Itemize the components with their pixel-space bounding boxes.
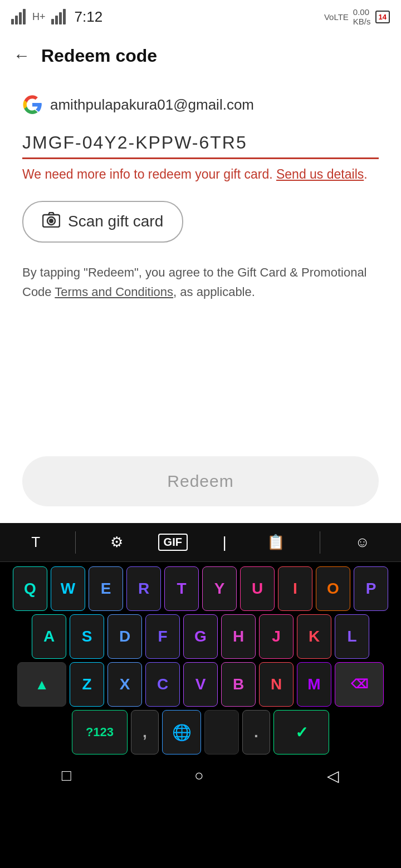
emoji-toolbar-item[interactable]: ☺ <box>349 534 375 551</box>
network-type: H+ <box>32 11 46 23</box>
back-button[interactable]: ← <box>13 46 30 65</box>
google-logo-icon <box>22 95 42 115</box>
key-m[interactable]: M <box>297 662 331 707</box>
key-w[interactable]: W <box>51 566 85 611</box>
key-l[interactable]: L <box>335 614 369 659</box>
network-speed: 0.00KB/s <box>353 7 371 26</box>
key-o[interactable]: O <box>316 566 350 611</box>
toolbar-divider-2 <box>320 531 320 554</box>
key-x[interactable]: X <box>107 662 142 707</box>
key-h[interactable]: H <box>221 614 256 659</box>
content-area: amithpulapakura01@gmail.com We need more… <box>0 78 401 313</box>
signal-bars <box>11 9 26 24</box>
page-title: Redeem code <box>41 46 157 66</box>
key-g[interactable]: G <box>183 614 218 659</box>
key-rows: Q W E R T Y U I O P A S D F G H J K L ▲ <box>0 562 401 754</box>
key-u[interactable]: U <box>240 566 275 611</box>
terms-link[interactable]: Terms and Conditions <box>55 285 173 299</box>
key-e[interactable]: E <box>89 566 123 611</box>
clipboard-toolbar-item[interactable]: 📋 <box>261 534 290 551</box>
scan-gift-card-button[interactable]: Scan gift card <box>22 201 183 243</box>
account-email: amithpulapakura01@gmail.com <box>50 96 254 114</box>
key-comma[interactable]: , <box>131 710 159 754</box>
key-j[interactable]: J <box>259 614 294 659</box>
key-t[interactable]: T <box>164 566 199 611</box>
scan-label: Scan gift card <box>68 213 163 230</box>
lte-signal <box>51 9 66 24</box>
send-details-link[interactable]: Send us details <box>276 167 364 181</box>
key-a[interactable]: A <box>32 614 66 659</box>
camera-icon <box>42 212 60 231</box>
nav-home-button[interactable]: ○ <box>194 767 204 785</box>
terms-suffix: , as applicable. <box>173 285 255 299</box>
key-s[interactable]: S <box>70 614 104 659</box>
key-d[interactable]: D <box>107 614 142 659</box>
key-b[interactable]: B <box>221 662 256 707</box>
status-time: 7:12 <box>75 8 103 26</box>
key-y[interactable]: Y <box>202 566 237 611</box>
code-input[interactable] <box>22 128 379 159</box>
key-r[interactable]: R <box>126 566 161 611</box>
error-text-suffix: . <box>364 167 367 181</box>
code-input-wrapper[interactable] <box>22 128 379 159</box>
gif-toolbar-item[interactable]: GIF <box>158 534 188 551</box>
shift-icon: ▲ <box>35 676 49 693</box>
key-row-3: ▲ Z X C V B N M ⌫ <box>3 662 398 707</box>
key-num[interactable]: ?123 <box>72 710 128 754</box>
key-period[interactable]: . <box>242 710 270 754</box>
redeem-button[interactable]: Redeem <box>22 456 379 506</box>
key-space[interactable] <box>204 710 239 754</box>
svg-point-2 <box>49 219 53 223</box>
status-left: H+ 7:12 <box>11 8 102 26</box>
key-row-2: A S D F G H J K L <box>3 614 398 659</box>
key-enter[interactable]: ✓ <box>273 710 329 754</box>
key-row-4: ?123 , 🌐 . ✓ <box>3 710 398 754</box>
key-i[interactable]: I <box>278 566 312 611</box>
app-bar: ← Redeem code <box>0 33 401 78</box>
status-right: VoLTE 0.00KB/s 14 <box>324 7 390 26</box>
terms-text: By tapping "Redeem", you agree to the Gi… <box>22 263 379 302</box>
settings-toolbar-item[interactable]: ⚙ <box>105 534 129 551</box>
key-n[interactable]: N <box>259 662 294 707</box>
key-backspace[interactable]: ⌫ <box>335 662 384 707</box>
key-p[interactable]: P <box>354 566 388 611</box>
key-q[interactable]: Q <box>13 566 47 611</box>
status-bar: H+ 7:12 VoLTE 0.00KB/s 14 <box>0 0 401 33</box>
key-row-1: Q W E R T Y U I O P <box>3 566 398 611</box>
error-message: We need more info to redeem your gift ca… <box>22 165 379 184</box>
account-row: amithpulapakura01@gmail.com <box>22 95 379 115</box>
nav-back-button[interactable]: ◁ <box>327 767 339 785</box>
key-shift[interactable]: ▲ <box>17 662 66 707</box>
redeem-container: Redeem <box>0 445 401 517</box>
battery-indicator: 14 <box>375 11 390 23</box>
key-z[interactable]: Z <box>70 662 104 707</box>
toolbar-divider-1 <box>75 531 76 554</box>
key-k[interactable]: K <box>297 614 331 659</box>
text-toolbar-item[interactable]: T <box>26 534 46 551</box>
key-globe[interactable]: 🌐 <box>162 710 201 754</box>
cursor-toolbar-item[interactable]: | <box>217 534 232 551</box>
key-f[interactable]: F <box>145 614 180 659</box>
key-c[interactable]: C <box>145 662 180 707</box>
keyboard-toolbar: T ⚙ GIF | 📋 ☺ <box>0 523 401 562</box>
keyboard: T ⚙ GIF | 📋 ☺ Q W E R T Y U I O P A S D … <box>0 523 401 868</box>
key-v[interactable]: V <box>183 662 218 707</box>
error-text-prefix: We need more info to redeem your gift ca… <box>22 167 276 181</box>
vol-lte-label: VoLTE <box>324 12 349 22</box>
nav-recents-button[interactable]: □ <box>62 767 71 785</box>
nav-bar: □ ○ ◁ <box>0 759 401 792</box>
